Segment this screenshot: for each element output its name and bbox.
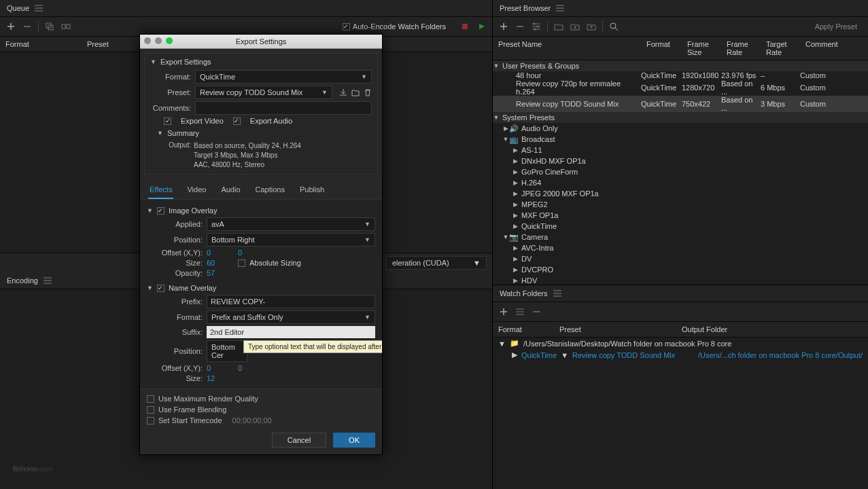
twisty-icon[interactable]: ▼ (493, 62, 500, 69)
col-preset[interactable]: Preset (554, 324, 676, 335)
tab-publish[interactable]: Publish (298, 183, 326, 199)
cancel-button[interactable]: Cancel (272, 433, 326, 448)
tab-effects[interactable]: Effects (148, 183, 173, 199)
tree-item[interactable]: ▶MXF OP1a (493, 210, 868, 221)
start-tc-checkbox[interactable] (147, 417, 154, 424)
export-video-checkbox[interactable] (164, 117, 171, 125)
tree-item[interactable]: ▶JPEG 2000 MXF OP1a (493, 188, 868, 199)
col-frame-size[interactable]: Frame Size (682, 39, 721, 58)
format-dropdown[interactable]: QuickTime▼ (195, 70, 372, 84)
export-button[interactable] (585, 20, 598, 33)
size-input[interactable]: 60 (207, 259, 234, 267)
tab-video[interactable]: Video (186, 183, 207, 199)
col-frame-rate[interactable]: Frame Rate (721, 39, 761, 58)
col-format[interactable]: Format (493, 324, 554, 335)
link-button[interactable] (59, 20, 73, 33)
col-preset-name[interactable]: Preset Name (493, 39, 641, 58)
renderer-dropdown[interactable]: eleration (CUDA) ▼ (386, 256, 487, 270)
tree-item[interactable]: ▶DV (493, 253, 868, 264)
preset-row[interactable]: Review copy 720p for emmalee h.264QuickT… (493, 79, 868, 96)
tree-item[interactable]: ▶GoPro CineForm (493, 166, 868, 177)
remove-preset-button[interactable] (513, 20, 527, 33)
max-render-checkbox[interactable] (147, 395, 154, 403)
applied-dropdown[interactable]: avA▼ (207, 217, 375, 231)
twisty-icon[interactable]: ▼ (157, 130, 163, 137)
name-format-dropdown[interactable]: Prefix and Suffix Only▼ (207, 310, 375, 324)
settings-button[interactable] (530, 20, 543, 33)
offset-y-input[interactable]: 0 (238, 249, 265, 257)
import-button[interactable] (568, 20, 582, 33)
apply-preset-button[interactable]: Apply Preset (808, 20, 864, 33)
position-dropdown[interactable]: Bottom Right▼ (207, 233, 375, 247)
delete-preset-icon[interactable] (364, 88, 372, 96)
ok-button[interactable]: OK (333, 433, 375, 448)
tab-audio[interactable]: Audio (220, 183, 241, 199)
name-size-input[interactable]: 12 (207, 374, 234, 382)
export-audio-checkbox[interactable] (233, 117, 241, 125)
remove-button[interactable] (20, 20, 34, 33)
panel-menu-icon[interactable] (553, 290, 561, 297)
col-format[interactable]: Format (0, 39, 82, 50)
stop-button[interactable] (458, 20, 472, 33)
tree-item[interactable]: ▶MPEG2 (493, 199, 868, 210)
watch-preset-row[interactable]: ▶ QuickTime ▼ Review copy TODD Sound Mix… (493, 349, 868, 361)
tree-item[interactable]: ▶HDV (493, 275, 868, 285)
minimize-icon[interactable] (155, 37, 162, 44)
preset-tree[interactable]: ▼ User Presets & Groups 48 hourQuickTime… (493, 60, 868, 285)
absolute-sizing-checkbox[interactable] (238, 259, 245, 267)
frame-blending-checkbox[interactable] (147, 406, 154, 414)
col-format[interactable]: Format (641, 39, 682, 58)
preset-row[interactable]: Review copy TODD Sound MixQuickTime750x4… (493, 96, 868, 112)
tree-item[interactable]: ▶H.264 (493, 177, 868, 188)
image-overlay-checkbox[interactable] (157, 207, 164, 215)
twisty-icon[interactable]: ▼ (147, 207, 153, 214)
tree-folder[interactable]: ▶🔊Audio Only (493, 123, 868, 134)
name-offset-x[interactable]: 0 (207, 364, 234, 372)
twisty-icon[interactable]: ▼ (493, 114, 500, 121)
watch-preset[interactable]: Review copy TODD Sound Mix (572, 351, 675, 359)
tree-item[interactable]: ▶DNxHD MXF OP1a (493, 156, 868, 166)
tree-item[interactable]: ▶DVCPRO (493, 264, 868, 275)
add-button[interactable] (4, 20, 18, 33)
offset-x-input[interactable]: 0 (207, 249, 234, 257)
opacity-input[interactable]: 57 (207, 269, 234, 277)
tree-item[interactable]: ▶AS-11 (493, 145, 868, 156)
tree-item[interactable]: ▶AVC-Intra (493, 242, 868, 253)
comments-input[interactable] (195, 101, 372, 115)
tree-folder[interactable]: ▼📷Camera (493, 232, 868, 242)
save-preset-icon[interactable] (339, 88, 347, 96)
add-button[interactable] (497, 305, 510, 319)
remove-button[interactable] (530, 305, 543, 319)
name-overlay-checkbox[interactable] (157, 285, 164, 292)
search-button[interactable] (607, 20, 621, 33)
col-output[interactable]: Output Folder (676, 324, 868, 335)
duplicate-button[interactable] (43, 20, 56, 33)
panel-menu-icon[interactable] (44, 277, 52, 284)
col-comment[interactable]: Comment (800, 39, 868, 58)
name-position-dropdown[interactable]: Bottom Cer (207, 340, 247, 362)
panel-menu-icon[interactable] (556, 5, 564, 12)
tree-item[interactable]: ▶QuickTime (493, 221, 868, 232)
panel-menu-icon[interactable] (35, 5, 43, 12)
watch-output[interactable]: /Users/...ch folder on macbook Pro 8 cor… (698, 351, 863, 359)
maximize-icon[interactable] (166, 37, 173, 44)
prefix-input[interactable] (207, 295, 375, 308)
watch-format[interactable]: QuickTime (521, 351, 557, 359)
twisty-icon[interactable]: ▼ (147, 285, 153, 291)
twisty-icon[interactable]: ▼ (150, 58, 156, 65)
name-offset-y[interactable]: 0 (238, 364, 265, 372)
tree-folder[interactable]: ▼📺Broadcast (493, 134, 868, 145)
dialog-titlebar[interactable]: Export Settings (140, 35, 382, 49)
system-presets-group[interactable]: ▼ System Presets (493, 112, 868, 123)
watch-body[interactable]: ▼📁 /Users/Stanislaw/Desktop/Watch folder… (493, 338, 868, 489)
preset-dropdown[interactable]: Review copy TODD Sound Mix▼ (195, 86, 332, 99)
import-preset-icon[interactable] (351, 88, 360, 96)
new-folder-button[interactable] (552, 20, 566, 33)
tab-captions[interactable]: Captions (254, 183, 286, 199)
settings-button[interactable] (513, 305, 527, 319)
user-presets-group[interactable]: ▼ User Presets & Groups (493, 60, 868, 71)
add-preset-button[interactable] (497, 20, 510, 33)
suffix-input[interactable] (207, 326, 375, 338)
auto-encode-checkbox[interactable] (343, 23, 350, 31)
preset-row[interactable]: 48 hourQuickTime1920x108023.976 fps–Cust… (493, 71, 868, 79)
